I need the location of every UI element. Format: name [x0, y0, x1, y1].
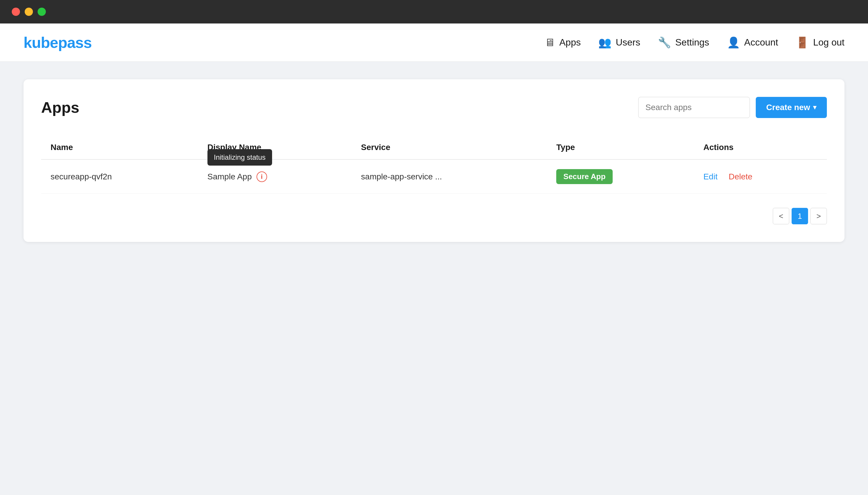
pagination-page-1-button[interactable]: 1	[791, 208, 808, 224]
cell-actions: Edit Delete	[694, 159, 827, 194]
cell-service: sample-app-service ...	[352, 159, 547, 194]
page-title: Apps	[41, 99, 79, 116]
display-name-cell: Sample App i Initializing status	[208, 171, 342, 182]
nav-item-account[interactable]: 👤 Account	[727, 36, 779, 49]
logo-blue: pass	[58, 34, 92, 51]
logo[interactable]: kubepass	[23, 34, 92, 51]
cell-name: secureapp-qvf2n	[41, 159, 198, 194]
main-content: Apps Create new ▾ Name Display Name Serv…	[0, 62, 868, 495]
table-header-row: Name Display Name Service Type Actions	[41, 136, 827, 159]
minimize-button[interactable]	[25, 7, 33, 16]
nav-links: 🖥 Apps 👥 Users 🔧 Settings 👤 Account 🚪 Lo…	[544, 36, 845, 49]
cell-display-name: Sample App i Initializing status	[198, 159, 352, 194]
nav-label-users: Users	[616, 37, 640, 48]
logo-black: kube	[23, 34, 58, 51]
table-row: secureapp-qvf2n Sample App i Initializin…	[41, 159, 827, 194]
nav-label-settings: Settings	[675, 37, 709, 48]
traffic-lights	[12, 7, 46, 16]
edit-link[interactable]: Edit	[703, 172, 718, 181]
col-header-actions: Actions	[694, 136, 827, 159]
info-icon[interactable]: i	[257, 171, 267, 182]
nav-item-apps[interactable]: 🖥 Apps	[544, 36, 580, 49]
page-header: Apps Create new ▾	[41, 97, 827, 118]
browser-window: kubepass 🖥 Apps 👥 Users 🔧 Settings 👤 Acc…	[0, 23, 868, 495]
create-new-button[interactable]: Create new ▾	[756, 97, 827, 118]
display-name-text: Sample App	[208, 172, 252, 182]
apps-icon: 🖥	[544, 36, 555, 49]
nav-item-users[interactable]: 👥 Users	[598, 36, 640, 49]
col-header-service: Service	[352, 136, 547, 159]
settings-icon: 🔧	[658, 36, 671, 49]
maximize-button[interactable]	[38, 7, 46, 16]
nav-label-apps: Apps	[559, 37, 580, 48]
create-new-label: Create new	[766, 103, 810, 112]
navbar: kubepass 🖥 Apps 👥 Users 🔧 Settings 👤 Acc…	[0, 23, 868, 62]
nav-label-logout: Log out	[813, 37, 845, 48]
col-header-type: Type	[547, 136, 694, 159]
nav-item-settings[interactable]: 🔧 Settings	[658, 36, 709, 49]
col-header-name: Name	[41, 136, 198, 159]
users-icon: 👥	[598, 36, 611, 49]
content-card: Apps Create new ▾ Name Display Name Serv…	[23, 79, 845, 242]
pagination: < 1 >	[41, 208, 827, 224]
header-actions: Create new ▾	[638, 97, 827, 118]
cell-type: Secure App	[547, 159, 694, 194]
nav-item-logout[interactable]: 🚪 Log out	[796, 36, 845, 49]
pagination-next-button[interactable]: >	[810, 208, 827, 224]
col-header-display-name: Display Name	[198, 136, 352, 159]
nav-label-account: Account	[744, 37, 779, 48]
pagination-prev-button[interactable]: <	[773, 208, 789, 224]
apps-table: Name Display Name Service Type Actions s…	[41, 136, 827, 194]
titlebar	[0, 0, 868, 23]
close-button[interactable]	[12, 7, 20, 16]
account-icon: 👤	[727, 36, 740, 49]
search-input[interactable]	[638, 97, 750, 118]
delete-link[interactable]: Delete	[729, 172, 753, 181]
type-badge: Secure App	[556, 169, 613, 184]
logout-icon: 🚪	[796, 36, 809, 49]
chevron-down-icon: ▾	[813, 104, 816, 111]
